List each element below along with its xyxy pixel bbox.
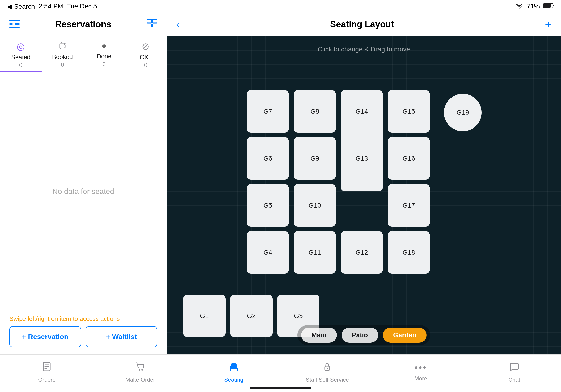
table-G8[interactable]: G8 (294, 90, 336, 132)
tab-seated-count: 0 (19, 62, 22, 68)
swipe-hint: Swipe left/right on item to access actio… (0, 310, 167, 326)
floor-selector: Main Patio Garden (297, 325, 430, 345)
right-panel: ‹ Seating Layout + Click to change & Dra… (167, 13, 561, 354)
left-panel-title: Reservations (55, 19, 111, 29)
table-G13[interactable]: G13 (341, 126, 383, 191)
tab-done[interactable]: ● Done 0 (83, 36, 125, 72)
staff-label: Staff Self Service (306, 377, 349, 383)
more-icon: ••• (414, 362, 427, 373)
svg-point-21 (326, 368, 328, 369)
floor-garden-button[interactable]: Garden (383, 328, 427, 343)
table-G9[interactable]: G9 (294, 137, 336, 180)
status-time: 2:54 PM (39, 3, 63, 10)
tab-more[interactable]: ••• More (374, 362, 467, 384)
svg-rect-4 (9, 23, 13, 25)
tab-done-count: 0 (102, 61, 106, 67)
seating-canvas: Click to change & Drag to move G7 G8 G14… (167, 36, 561, 354)
tab-cxl[interactable]: ⊘ CXL 0 (125, 36, 167, 72)
sidebar-icon[interactable] (9, 20, 20, 29)
table-G16[interactable]: G16 (388, 137, 430, 180)
battery-status: 71% (527, 3, 540, 10)
status-date: Tue Dec 5 (67, 3, 97, 10)
table-G10[interactable]: G10 (294, 184, 336, 227)
seating-layout-title: Seating Layout (179, 19, 545, 29)
tab-booked-label: Booked (52, 53, 73, 61)
svg-rect-6 (147, 19, 151, 23)
table-G19[interactable]: G19 (444, 94, 482, 131)
seating-label: Seating (224, 377, 243, 383)
back-button[interactable]: ‹ (176, 20, 179, 29)
chat-label: Chat (508, 377, 520, 383)
add-table-button[interactable]: + (545, 18, 552, 31)
orders-label: Orders (38, 377, 55, 383)
tab-seating[interactable]: Seating (187, 361, 280, 385)
grid-hint: Click to change & Drag to move (167, 46, 561, 53)
table-G2[interactable]: G2 (230, 295, 272, 337)
tab-booked[interactable]: ⏱ Booked 0 (42, 36, 83, 72)
cxl-icon: ⊘ (142, 41, 150, 52)
table-G4[interactable]: G4 (247, 231, 289, 273)
svg-rect-17 (229, 368, 231, 371)
battery-icon (543, 3, 554, 10)
floor-patio-button[interactable]: Patio (342, 328, 378, 343)
svg-point-14 (139, 369, 140, 370)
tab-seated-label: Seated (11, 54, 30, 61)
booked-icon: ⏱ (58, 41, 67, 52)
table-G17[interactable]: G17 (388, 184, 430, 227)
back-search[interactable]: ◀ Search (7, 3, 35, 10)
orders-icon (42, 361, 52, 374)
left-panel: Reservations ◎ Seated 0 ⏱ Booked 0 ● Don… (0, 13, 167, 354)
tab-cxl-count: 0 (144, 62, 147, 68)
right-header: ‹ Seating Layout + (167, 13, 561, 36)
table-G7[interactable]: G7 (247, 90, 289, 132)
tab-booked-count: 0 (61, 62, 64, 68)
table-G12[interactable]: G12 (341, 231, 383, 273)
seated-icon: ◎ (17, 41, 25, 52)
svg-rect-2 (9, 20, 20, 22)
tab-staff-self-service[interactable]: Staff Self Service (280, 361, 374, 385)
bottom-tab-bar: Orders Make Order Seating Staff Self Ser… (0, 354, 561, 392)
wifi-icon (515, 3, 523, 10)
svg-rect-18 (237, 368, 238, 371)
tab-orders[interactable]: Orders (0, 361, 94, 385)
svg-rect-8 (147, 24, 151, 27)
make-order-label: Make Order (125, 377, 155, 383)
tab-make-order[interactable]: Make Order (94, 361, 187, 385)
tab-done-label: Done (97, 53, 111, 60)
table-G1[interactable]: G1 (183, 295, 226, 337)
tab-chat[interactable]: Chat (467, 361, 561, 385)
table-G18[interactable]: G18 (388, 231, 430, 273)
tab-seated[interactable]: ◎ Seated 0 (0, 36, 42, 72)
status-indicators: 71% (515, 3, 554, 10)
table-G11[interactable]: G11 (294, 231, 336, 273)
status-bar: ◀ Search 2:54 PM Tue Dec 5 71% (0, 0, 561, 13)
tab-cxl-label: CXL (140, 54, 152, 61)
svg-rect-7 (152, 19, 157, 23)
action-buttons: + Reservation + Waitlist (0, 326, 167, 354)
chat-icon (509, 361, 519, 374)
add-waitlist-button[interactable]: + Waitlist (86, 326, 157, 347)
done-icon: ● (101, 41, 107, 51)
left-header: Reservations (0, 13, 167, 36)
seating-icon (229, 361, 239, 374)
svg-rect-1 (544, 4, 551, 8)
svg-rect-9 (152, 24, 157, 27)
reservation-tabs: ◎ Seated 0 ⏱ Booked 0 ● Done 0 ⊘ CXL 0 (0, 36, 167, 72)
table-G6[interactable]: G6 (247, 137, 289, 180)
svg-rect-5 (9, 27, 20, 28)
table-G15[interactable]: G15 (388, 90, 430, 132)
table-G5[interactable]: G5 (247, 184, 289, 227)
more-label: More (414, 375, 427, 382)
make-order-icon (135, 361, 145, 374)
svg-point-15 (141, 369, 143, 370)
layout-icon[interactable] (147, 19, 157, 29)
floor-main-button[interactable]: Main (301, 328, 337, 343)
svg-rect-3 (15, 23, 20, 25)
svg-rect-16 (230, 365, 237, 370)
no-data-message: No data for seated (0, 72, 167, 310)
add-reservation-button[interactable]: + Reservation (9, 326, 81, 347)
svg-rect-19 (231, 363, 237, 366)
staff-icon (322, 361, 332, 374)
home-indicator (250, 387, 311, 389)
